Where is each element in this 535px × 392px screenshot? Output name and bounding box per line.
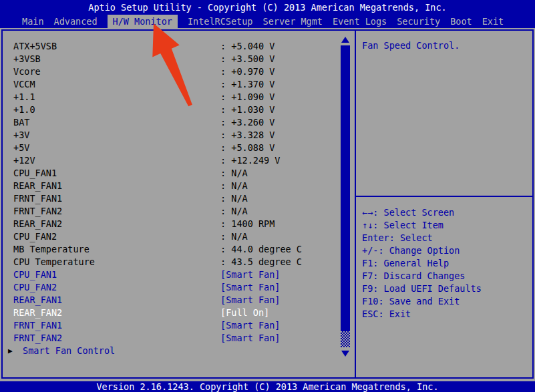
fan-setting-row-value: [Smart Fan] [220,319,280,332]
bios-setup-screen: Aptio Setup Utility - Copyright (C) 2013… [0,0,535,392]
monitor-reading-row-value: : 43.5 degree C [220,256,302,268]
submenu-smart-fan-control[interactable]: ▶Smart Fan Control [3,345,355,357]
submenu-arrow-icon: ▶ [8,345,13,357]
monitor-reading-row-label: MB Temperature [13,243,90,256]
monitor-reading-row-value: : N/A [220,180,248,192]
tab-security[interactable]: Security [397,15,440,28]
fan-setting-row[interactable]: FRNT_FAN2[Smart Fan] [3,332,355,345]
monitor-reading-row-label: VCCM [13,78,35,91]
fan-setting-row-label: REAR_FAN2 [13,307,62,319]
monitor-reading-row-value: : +0.970 V [220,65,275,78]
fan-setting-row-value: [Smart Fan] [220,332,280,345]
monitor-reading-row-value: : +3.500 V [220,53,275,65]
monitor-reading-row: CPU Temperature: 43.5 degree C [3,256,355,268]
help-key-line: +/-: Change Option [362,244,529,257]
monitor-reading-row-value: : 44.0 degree C [220,243,302,256]
monitor-reading-row-label: +5V [13,142,29,154]
monitor-reading-row: MB Temperature: 44.0 degree C [3,243,355,256]
scrollbar-thumb[interactable] [341,45,350,331]
help-key-line: F10: Save and Exit [362,295,529,308]
monitor-reading-row-label: FRNT_FAN1 [13,192,62,205]
fan-setting-row-label: FRNT_FAN2 [13,332,62,345]
monitor-reading-row-label: BAT [13,116,29,129]
monitor-reading-row: FRNT_FAN1: N/A [3,192,355,205]
main-frame: ATX+5VSB: +5.040 V+3VSB: +3.500 VVcore: … [1,29,534,379]
footer-version-bar: Version 2.16.1243. Copyright (C) 2013 Am… [0,381,535,392]
monitor-reading-row-label: +3V [13,129,29,142]
help-panel-divider [356,196,532,197]
monitor-reading-row-value: : +1.090 V [220,91,275,104]
menu-bar: MainAdvancedH/W MonitorIntelRCSetupServe… [0,15,535,28]
monitor-reading-row: BAT: +3.260 V [3,116,355,129]
monitor-reading-row-value: : N/A [220,205,248,218]
fan-setting-row-label: FRNT_FAN1 [13,319,62,332]
fan-setting-row-value: [Full On] [220,307,269,319]
monitor-reading-row-value: : +1.370 V [220,78,275,91]
annotation-arrow-icon [140,20,200,110]
monitor-reading-row-value: : 1400 RPM [220,218,275,230]
monitor-reading-row-label: +1.0 [13,104,35,116]
help-description: Fan Speed Control. [362,40,460,51]
scroll-up-icon[interactable] [341,37,349,43]
fan-setting-row[interactable]: FRNT_FAN1[Smart Fan] [3,319,355,332]
monitor-reading-row-value: : N/A [220,167,248,180]
fan-setting-row-value: [Smart Fan] [220,268,280,281]
tab-boot[interactable]: Boot [450,15,472,28]
help-panel: Fan Speed Control. ←→: Select Screen↑↓: … [355,31,532,377]
monitor-reading-row-value: : +3.260 V [220,116,275,129]
monitor-reading-row-label: CPU Temperature [13,256,95,268]
fan-setting-row[interactable]: REAR_FAN1[Smart Fan] [3,294,355,307]
monitor-reading-row-value: : +5.088 V [220,142,275,154]
fan-setting-row-value: [Smart Fan] [220,281,280,294]
fan-setting-row-label: CPU_FAN2 [13,281,57,294]
monitor-reading-row-label: ATX+5VSB [13,40,57,53]
monitor-reading-row-label: REAR_FAN2 [13,218,62,230]
monitor-reading-row: FRNT_FAN2: N/A [3,205,355,218]
monitor-reading-row-label: CPU_FAN1 [13,167,57,180]
scrollbar-track[interactable] [341,331,350,347]
submenu-label: Smart Fan Control [23,345,115,357]
monitor-reading-row-value: : +12.249 V [220,154,280,167]
fan-setting-row-label: CPU_FAN1 [13,268,57,281]
tab-advanced[interactable]: Advanced [54,15,98,28]
help-key-line: ←→: Select Screen [362,206,529,219]
fan-setting-row-value: [Smart Fan] [220,294,280,307]
fan-setting-row-selected[interactable]: REAR_FAN2[Full On] [3,307,355,319]
tab-exit[interactable]: Exit [482,15,504,28]
monitor-reading-row-label: CPU_FAN2 [13,230,57,243]
help-key-line: F1: General Help [362,257,529,270]
scroll-down-icon[interactable] [341,351,349,357]
fan-setting-row-label: REAR_FAN1 [13,294,62,307]
monitor-reading-row: REAR_FAN2: 1400 RPM [3,218,355,230]
help-key-line: F9: Load UEFI Defaults [362,282,529,295]
tab-server-mgmt[interactable]: Server Mgmt [263,15,323,28]
tab-main[interactable]: Main [22,15,44,28]
monitor-reading-row: +5V: +5.088 V [3,142,355,154]
monitor-reading-row-value: : N/A [220,230,248,243]
tab-event-logs[interactable]: Event Logs [333,15,387,28]
monitor-reading-row-label: +12V [13,154,35,167]
help-key-line: Enter: Select [362,232,529,244]
scrollbar[interactable] [339,37,351,374]
monitor-reading-row-label: Vcore [13,65,41,78]
monitor-reading-row-label: +3VSB [13,53,41,65]
monitor-reading-row-value: : +3.328 V [220,129,275,142]
monitor-reading-row: REAR_FAN1: N/A [3,180,355,192]
monitor-reading-row: +3V: +3.328 V [3,129,355,142]
help-key-legend: ←→: Select Screen↑↓: Select ItemEnter: S… [362,206,529,321]
help-key-line: ↑↓: Select Item [362,219,529,232]
monitor-reading-row: CPU_FAN2: N/A [3,230,355,243]
monitor-reading-row-label: FRNT_FAN2 [13,205,62,218]
monitor-reading-row-value: : +1.030 V [220,104,275,116]
monitor-reading-row-value: : N/A [220,192,248,205]
fan-setting-row[interactable]: CPU_FAN1[Smart Fan] [3,268,355,281]
monitor-reading-row: +12V: +12.249 V [3,154,355,167]
monitor-reading-row-value: : +5.040 V [220,40,275,53]
help-key-line: F7: Discard Changes [362,270,529,282]
fan-setting-row[interactable]: CPU_FAN2[Smart Fan] [3,281,355,294]
monitor-reading-row-label: +1.1 [13,91,35,104]
monitor-reading-row-label: REAR_FAN1 [13,180,62,192]
title-bar: Aptio Setup Utility - Copyright (C) 2013… [0,0,535,15]
help-key-line: ESC: Exit [362,308,529,321]
monitor-reading-row: CPU_FAN1: N/A [3,167,355,180]
